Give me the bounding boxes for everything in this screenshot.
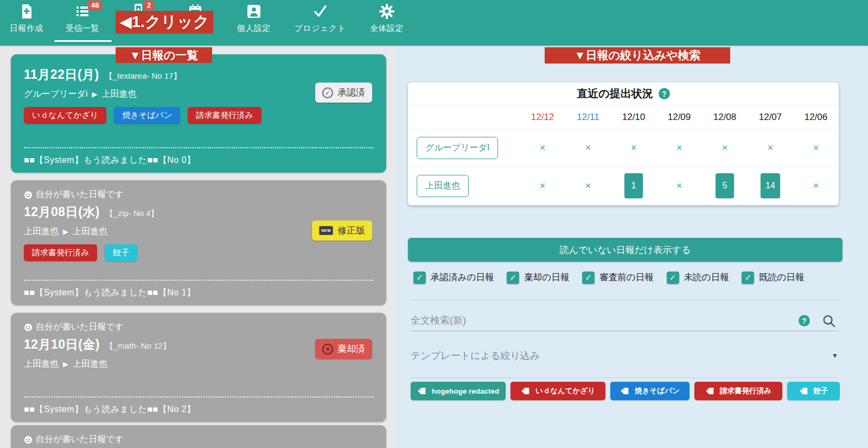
date-column: 12/08 [702,112,748,123]
no-submission-mark: × [520,142,565,154]
tag-filter-button[interactable]: 請求書発行済み [694,382,782,400]
arrow-right-icon: ▶ [92,90,97,98]
filter-label: 未読の日報 [684,272,729,283]
report-footer: ■■【System】もう読みました■■【No 0】 [24,147,373,166]
annotation-click-step1: ◀1.クリック [116,11,213,34]
submission-count-button[interactable]: 5 [716,173,734,198]
nav-item-projects[interactable]: プロジェクト [289,3,352,34]
report-ref: 【_zip- No 4】 [105,209,158,219]
submission-row-group-leader: グループリーダI × × × × × × × [408,129,839,166]
date-column: 12/07 [748,112,793,123]
active-tab-underline [54,40,112,42]
smiley-face-icon [24,436,33,444]
no-submission-mark: × [748,142,793,154]
annotation-report-list: ▼日報の一覧 [116,47,212,63]
report-title-row: 11月22日(月) 【_textarea- No 17】 [24,66,373,83]
nav-label: 個人設定 [237,23,271,34]
tag-icon [705,387,714,395]
show-unread-only-button[interactable]: 読んでいない日報だけ表示する [408,238,843,262]
submission-count-cell: 5 [702,173,748,198]
report-tag[interactable]: 請求書発行済み [24,244,97,261]
tag-filter-label: 焼きそばパン [635,386,680,396]
nav-label: 全体設定 [370,23,404,34]
tag-filter-button[interactable]: hogehoge redacted [411,382,506,400]
report-card-2[interactable]: 自分が書いた日報です 12月10日(金) 【_math- No 12】 上田進也… [11,313,386,422]
status-filter-row: ✓ 承認済みの日報 ✓ 棄却の日報 ✓ 審査前の日報 ✓ 未読の日報 ✓ 既読の… [413,270,804,285]
no-submission-mark: × [793,142,839,154]
checkbox-unread[interactable]: ✓ [667,272,679,284]
report-card-0[interactable]: 11月22日(月) 【_textarea- No 17】 グループリーダi ▶ … [11,54,386,173]
report-tag[interactable]: 焼きそばパン [114,107,180,124]
search-icon[interactable] [822,314,836,328]
tag-filter-button[interactable]: 餃子 [787,382,840,400]
tag-filter-button[interactable]: いｄなんてかざり [510,382,605,400]
checkbox-rejected[interactable]: ✓ [507,272,519,284]
smiley-face-icon [24,323,33,332]
submission-count-button[interactable]: 14 [761,173,780,198]
own-report-note: 自分が書いた日報です [24,434,373,445]
report-list-panel: 11月22日(月) 【_textarea- No 17】 グループリーダi ▶ … [0,46,395,448]
report-date: 12月08日(水) [24,204,100,220]
filter-read: ✓ 既読の日報 [742,272,804,284]
filter-rejected: ✓ 棄却の日報 [507,272,569,284]
member-button[interactable]: グループリーダI [417,137,498,159]
checkbox-read[interactable]: ✓ [742,272,754,284]
own-report-note: 自分が書いた日報です [24,189,373,200]
date-column: 12/12 [520,112,565,123]
tag-filter-label: いｄなんてかざり [535,386,595,396]
status-badge-rejected: × 棄却済 [315,339,372,359]
tag-filter-row: hogehoge redacted いｄなんてかざり 焼きそばパン 請求書発行済… [411,382,840,400]
check-circle-icon: ✓ [322,87,333,98]
smiley-face-icon [24,191,33,199]
tag-icon [620,387,629,395]
own-report-note: 自分が書いた日報です [24,321,373,333]
no-submission-mark: × [565,180,611,192]
tag-icon [799,387,808,395]
search-help-icon[interactable]: ? [799,315,810,326]
status-label: 承認済 [337,86,365,99]
submission-count-button[interactable]: 1 [624,173,643,198]
sent-count-badge: 2 [144,1,154,10]
filter-pending: ✓ 審査前の日報 [582,272,653,284]
nav-label: 受信一覧 [66,23,99,34]
nav-item-global-settings[interactable]: 全体設定 [355,3,418,34]
no-submission-mark: × [656,180,702,192]
report-tag[interactable]: 請求書発行済み [188,107,261,124]
new-icon: NEW [319,226,333,235]
submission-title-row: 直近の提出状況 ? [408,83,839,105]
date-column: 12/06 [793,112,839,123]
report-tags: いｄなんてかざり 焼きそばパン 請求書発行済み [24,107,373,124]
annotation-filter-search: ▼日報の絞り込みや検索 [545,47,730,64]
nav-item-inbox[interactable]: 受信一覧 48 [51,3,114,34]
tag-filter-label: 餃子 [814,386,828,396]
member-button[interactable]: 上田進也 [417,175,469,197]
checkbox-approved[interactable]: ✓ [413,272,426,284]
report-date: 11月22日(月) [24,66,99,83]
nav-item-personal-settings[interactable]: 個人設定 [222,3,285,34]
status-label: 修正版 [337,224,365,237]
report-title-row: 12月08日(水) 【_zip- No 4】 [24,204,373,220]
no-submission-mark: × [793,180,839,192]
filter-label: 棄却の日報 [524,272,569,283]
report-author: グループリーダi [24,89,87,100]
report-names: 上田進也 ▶ 上田進也 [24,358,373,370]
template-filter-dropdown[interactable]: テンプレートによる絞り込み ▼ [411,344,838,367]
tag-filter-button[interactable]: 焼きそばパン [610,382,690,400]
checkbox-pending[interactable]: ✓ [582,272,595,284]
no-submission-mark: × [656,142,702,154]
report-tag[interactable]: いｄなんてかざり [24,107,106,124]
date-column: 12/10 [611,112,656,123]
own-note-text: 自分が書いた日報です [36,434,124,445]
nav-item-create-report[interactable]: 日報作成 [0,3,58,34]
report-author: 上田進也 [24,358,59,370]
divider [411,300,838,300]
fulltext-search-input[interactable] [411,315,799,326]
search-icons: ? [799,314,838,328]
report-tag[interactable]: 餃子 [105,244,137,261]
status-badge-revised: NEW 修正版 [312,220,372,241]
x-circle-icon: × [322,344,333,355]
report-card-1[interactable]: 自分が書いた日報です 12月08日(水) 【_zip- No 4】 上田進也 ▶… [11,180,386,305]
report-card-3[interactable]: 自分が書いた日報です [11,425,386,448]
report-ref: 【_math- No 12】 [105,341,171,351]
help-icon[interactable]: ? [659,88,670,99]
